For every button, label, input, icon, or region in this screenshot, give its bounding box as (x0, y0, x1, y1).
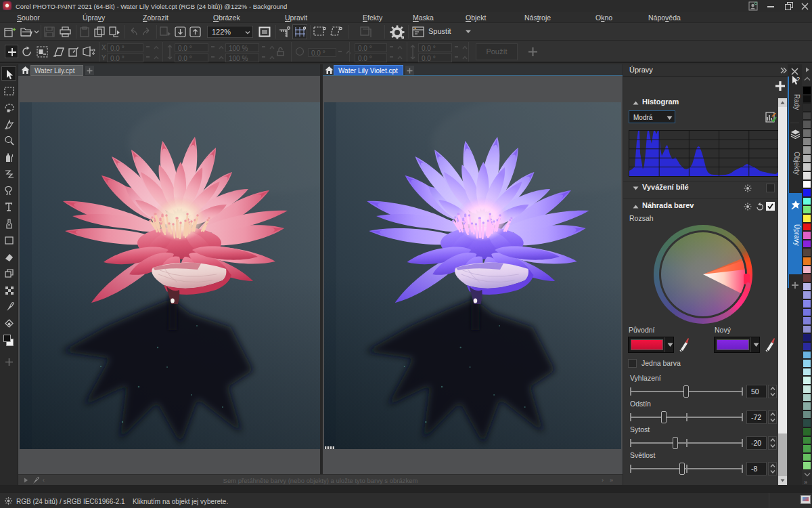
svg-text:?: ? (796, 76, 800, 83)
